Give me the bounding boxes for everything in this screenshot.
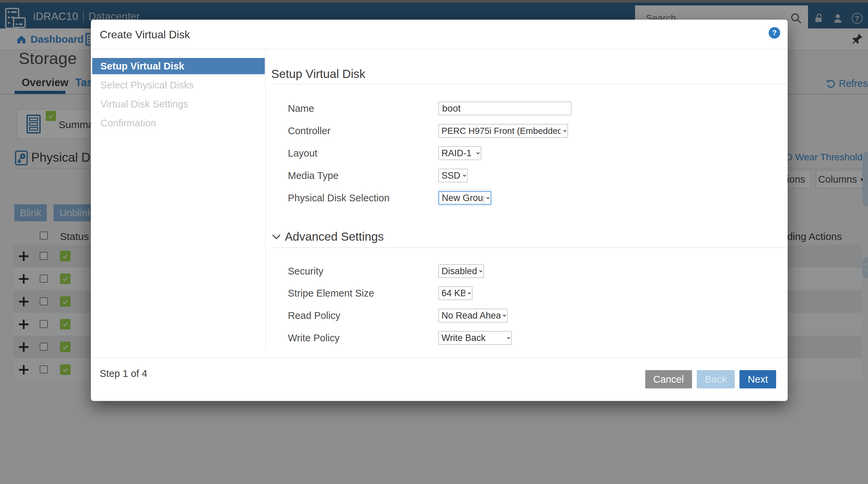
controller-label: Controller — [288, 124, 331, 138]
step-indicator: Step 1 of 4 — [100, 368, 147, 379]
next-button[interactable]: Next — [739, 370, 776, 388]
modal-header-divider — [91, 49, 788, 49]
stripe-element-size-label: Stripe Element Size — [288, 286, 374, 300]
layout-select[interactable]: RAID-1 — [438, 146, 481, 160]
media-type-select[interactable]: SSD — [438, 169, 468, 182]
step-virtual-disk-settings[interactable]: Virtual Disk Settings — [92, 96, 265, 112]
write-policy-select[interactable]: Write Back — [438, 331, 512, 345]
chevron-down-icon[interactable] — [272, 235, 280, 240]
name-label: Name — [288, 102, 314, 115]
step-setup-virtual-disk[interactable]: Setup Virtual Disk — [92, 58, 265, 74]
modal-title: Create Virtual Disk — [100, 28, 190, 41]
back-button: Back — [697, 370, 735, 388]
wizard-steps: Setup Virtual Disk Select Physical Disks… — [92, 58, 265, 134]
screen: iDRAC10 Datacenter ? Dash — [0, 0, 868, 484]
modal-buttons: Cancel Back Next — [645, 370, 776, 388]
create-virtual-disk-modal: Create Virtual Disk ? Setup Virtual Disk… — [91, 20, 788, 401]
write-policy-label: Write Policy — [288, 331, 340, 345]
modal-help-icon[interactable]: ? — [769, 27, 780, 39]
physical-disk-selection-label: Physical Disk Selection — [288, 191, 390, 205]
security-select[interactable]: Disabled — [438, 264, 484, 278]
section-heading-divider — [271, 84, 787, 84]
step-confirmation[interactable]: Confirmation — [92, 115, 265, 131]
cancel-button[interactable]: Cancel — [645, 370, 692, 388]
media-type-label: Media Type — [288, 169, 338, 182]
step-select-physical-disks[interactable]: Select Physical Disks — [92, 77, 265, 93]
name-field[interactable] — [438, 102, 571, 115]
advanced-settings-divider — [271, 247, 787, 248]
modal-footer-divider — [91, 358, 788, 358]
layout-label: Layout — [288, 146, 317, 160]
read-policy-select[interactable]: No Read Ahead — [438, 309, 508, 322]
security-label: Security — [288, 264, 323, 278]
read-policy-label: Read Policy — [288, 309, 340, 322]
steps-divider — [265, 49, 266, 351]
section-heading: Setup Virtual Disk — [271, 67, 366, 81]
physical-disk-selection-select[interactable]: New Group — [438, 191, 491, 205]
stripe-element-size-select[interactable]: 64 KB — [438, 286, 472, 300]
controller-select[interactable]: PERC H975i Front (Embedded) — [438, 124, 568, 138]
advanced-settings-heading[interactable]: Advanced Settings — [285, 230, 384, 243]
